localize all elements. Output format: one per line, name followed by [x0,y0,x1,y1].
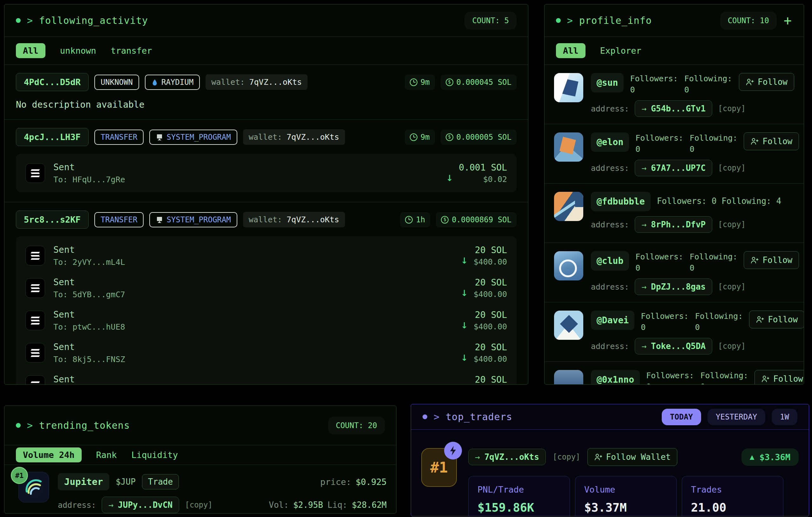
tab-unknown[interactable]: unknown [60,46,96,56]
copy-button[interactable]: [copy] [185,500,212,509]
copy-button[interactable]: [copy] [718,282,746,291]
tab-all[interactable]: All [556,43,585,58]
profile-handle[interactable]: @club [591,251,629,271]
address-link[interactable]: →8rPh...DfvP [635,216,712,233]
follow-button[interactable]: Follow [749,311,804,328]
transfer-recipient[interactable]: To: 5dYB...gmC7 [53,290,453,299]
transfer-recipient[interactable]: To: HFqU...7gRe [53,175,438,184]
copy-button[interactable]: [copy] [718,104,746,113]
prompt-icon: > [27,420,33,431]
transfer-recipient[interactable]: To: 8kj5...FNSZ [53,355,453,364]
profile-handle[interactable]: @Davei [591,311,634,330]
trader-wallet-link[interactable]: →7qVZ...oKts [468,449,546,465]
stat-value: $159.86K [477,501,561,514]
outgoing-arrow-icon: ↓ [461,382,468,385]
tab-today[interactable]: TODAY [662,409,701,425]
transfer-row: SentTo: 5dYB...gmC7 ↓20 SOL$400.00 [25,272,507,304]
transfer-list: Sent To: HFqU...7gRe ↓ 0.001 SOL $0.02 [16,154,517,192]
copy-button[interactable]: [copy] [553,453,580,461]
tab-liquidity[interactable]: Liquidity [132,450,178,460]
profile-handle[interactable]: @elon [591,132,629,152]
wallet-value: 7qVZ...oKts [287,215,339,224]
transaction-card: 4PdC...D5dR UNKNOWN RAYDIUM wallet: 7qVZ… [4,65,528,120]
address-link[interactable]: →G54b...GTv1 [635,100,712,117]
transfer-list: SentTo: 2yVY...mL4L ↓20 SOL$400.00 SentT… [16,236,517,385]
tx-type-label: UNKNOWN [101,78,133,87]
volume-label: Vol: [269,500,289,510]
copy-button[interactable]: [copy] [718,163,746,173]
stat-box-trades: Trades 21.00 [682,476,783,516]
follow-wallet-button[interactable]: Follow Wallet [587,448,677,466]
transfer-usd: $400.00 [474,355,507,364]
transfer-recipient[interactable]: To: ptwC...hUE8 [53,322,453,332]
profile-tabs: All Explorer [545,37,804,65]
outgoing-arrow-icon: ↓ [461,253,468,267]
transfer-row: SentTo: 8kj5...FNSZ ↓20 SOL$400.00 [25,337,507,369]
profile-card: @fdbubble Followers: 0 Following: 4 addr… [545,184,804,243]
address-link[interactable]: →DpZJ...8gas [635,278,712,295]
followers-following-stat: Followers: 0 Following: 4 [657,192,781,206]
transfer-info: Sent To: HFqU...7gRe [53,162,438,184]
price-value: $0.925 [355,477,387,487]
panel-header: > top_traders TODAY YESTERDAY 1W [411,404,809,430]
tx-type-label: TRANSFER [101,215,138,224]
transfer-recipient[interactable]: To: 2yVY...mL4L [53,257,453,267]
following-stat: Following:0 [695,311,743,333]
tx-hash-badge[interactable]: 4PdC...D5dR [16,73,89,91]
address-link[interactable]: →Toke...Q5DA [635,338,712,355]
tab-transfer[interactable]: transfer [111,46,152,56]
wallet-badge: wallet: 7qVZ...oKts [206,74,308,90]
followers-stat: Followers:0 [630,73,678,95]
transfer-row: SentTo: 2yVY...mL4L ↓20 SOL$400.00 [25,239,507,272]
follow-button[interactable]: Follow [754,370,804,385]
tab-explorer[interactable]: Explorer [600,46,641,56]
trade-button[interactable]: Trade [142,474,179,489]
address-label: address: [591,104,629,113]
transfer-action: Sent [53,277,453,287]
transfer-amount: 20 SOL [474,342,507,353]
tab-volume-24h[interactable]: Volume 24h [16,448,82,462]
tx-type-badge: TRANSFER [94,212,144,227]
program-badge[interactable]: SYSTEM_PROGRAM [149,129,237,145]
tx-hash-badge[interactable]: 5rc8...s2KF [16,211,89,229]
person-add-icon [746,78,754,86]
token-name[interactable]: Jupiter [58,473,109,490]
copy-button[interactable]: [copy] [718,220,746,229]
profile-handle[interactable]: @0x1nno [591,370,640,385]
program-badge[interactable]: RAYDIUM [145,74,200,90]
tab-all[interactable]: All [16,43,46,58]
profile-handle[interactable]: @fdbubble [591,192,650,211]
panel-title: following_activity [39,15,148,26]
address-label: address: [58,500,96,510]
person-add-icon [761,375,770,383]
outgoing-arrow-icon: ↓ [461,285,468,299]
price-label: price: [320,477,351,487]
tab-yesterday[interactable]: YESTERDAY [707,409,765,425]
transfer-action: Sent [53,374,453,385]
badge-row: 4PdC...D5dR UNKNOWN RAYDIUM wallet: 7qVZ… [16,73,517,91]
transfer-action: Sent [53,342,453,352]
outgoing-arrow-icon: ↓ [461,317,468,331]
follow-button[interactable]: Follow [744,251,799,269]
address-link[interactable]: →JUPy...DvCN [102,497,179,513]
up-triangle-icon: ▲ [750,453,754,461]
profile-handle[interactable]: @sun [591,73,624,92]
arrow-icon: → [641,104,646,113]
tx-hash-badge[interactable]: 4pcJ...LH3F [16,128,89,146]
profile-card: @sun Followers:0 Following:0 Follow addr… [545,65,804,124]
follow-button[interactable]: Follow [744,132,799,150]
wallet-badge: wallet: 7qVZ...oKts [243,212,345,227]
address-link[interactable]: →67A7...UP7C [635,160,712,176]
price-group: price: $0.925 [320,477,387,487]
tab-1w[interactable]: 1W [772,409,798,425]
stat-value: 21.00 [691,501,774,514]
add-profile-button[interactable]: + [783,14,792,27]
sol-fee-icon: $ [446,79,453,86]
follow-button[interactable]: Follow [739,73,794,91]
program-badge[interactable]: SYSTEM_PROGRAM [149,212,237,227]
count-badge: COUNT: 10 [720,12,777,30]
transfer-amount: 20 SOL [474,374,507,385]
stat-label: PNL/Trade [477,485,561,494]
copy-button[interactable]: [copy] [718,342,746,351]
tab-rank[interactable]: Rank [96,450,117,460]
